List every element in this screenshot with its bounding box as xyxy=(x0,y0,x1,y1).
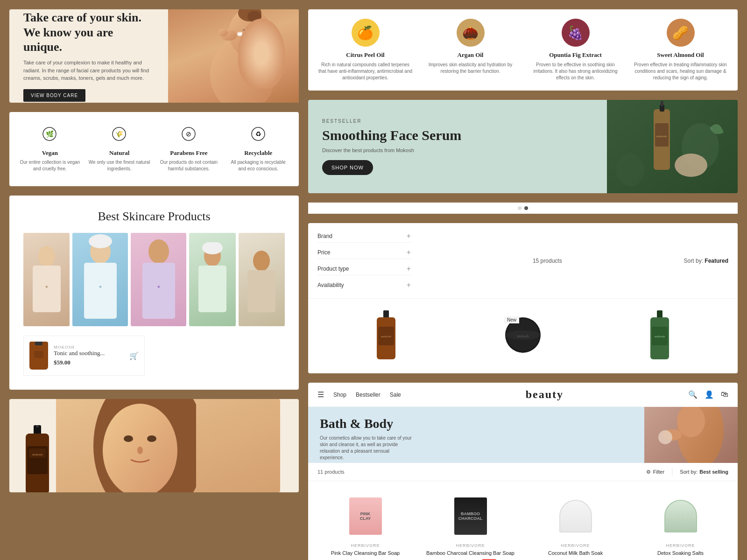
filter-bar: Brand + Price + Product type + Availabil… xyxy=(308,223,738,299)
coconut-brand: HERBIVORE xyxy=(561,543,590,548)
svg-point-43 xyxy=(137,447,143,454)
svg-rect-20 xyxy=(84,263,117,319)
filter-brand-plus[interactable]: + xyxy=(407,232,411,240)
filter-brand-label: Brand xyxy=(317,233,332,239)
filter-availability-plus[interactable]: + xyxy=(407,281,411,289)
argan-icon: 🌰 xyxy=(457,19,485,47)
coconut-name: Coconut Milk Bath Soak xyxy=(548,550,603,556)
nav-bestseller[interactable]: Bestseller xyxy=(356,392,381,398)
bath-hero-text: Bath & Body Our cosmetics allow you to t… xyxy=(308,407,644,463)
filter-btn-label: Filter xyxy=(653,469,664,475)
product-brand: MOKOSH xyxy=(54,345,124,350)
ingredient-argan-desc: Improves skin elasticity and hydration b… xyxy=(423,62,518,75)
pink-clay-soap: PINKCLAY xyxy=(349,497,382,535)
svg-point-19 xyxy=(89,234,112,248)
svg-text:⊘: ⊘ xyxy=(186,131,191,138)
sort-by-value[interactable]: Featured xyxy=(705,258,728,264)
bath-product-pink-clay: PINKCLAY HERBIVORE Pink Clay Cleansing B… xyxy=(313,488,418,560)
bath-product-detox: HERBIVORE Detox Soaking Salts $80.00 xyxy=(628,488,733,560)
woman-figure xyxy=(168,9,299,103)
svg-point-22 xyxy=(148,239,169,264)
feature-natural-title: Natural xyxy=(109,149,129,157)
carousel-dot-1[interactable] xyxy=(518,206,521,210)
ingredient-almond: 🥜 Sweet Almond Oil Proven effective in t… xyxy=(633,19,728,81)
bestseller-title: Smoothing Face Serum xyxy=(322,127,593,143)
bath-product-charcoal-img: BAMBOOCHARCOAL xyxy=(423,493,518,539)
charcoal-soap: BAMBOOCHARCOAL xyxy=(454,497,487,535)
svg-rect-27 xyxy=(198,266,226,312)
products-grid: mokosh New mokosh xyxy=(308,299,738,373)
ingredient-opuntia-name: Opuntia Fig Extract xyxy=(549,51,602,59)
products-filter-section: Brand + Price + Product type + Availabil… xyxy=(308,223,738,373)
filter-price-plus[interactable]: + xyxy=(407,248,411,257)
bath-product-charcoal: BAMBOOCHARCOAL HERBIVORE Bamboo Charcoal… xyxy=(418,488,523,560)
svg-point-3 xyxy=(247,11,261,22)
detox-name: Detox Soaking Salts xyxy=(657,550,704,556)
bath-filter-bar: 11 products ⚙ Filter | Sort by: Best sel… xyxy=(308,463,738,481)
gallery-placeholder-1: ✦ xyxy=(23,233,70,326)
feature-vegan: 🌿 Vegan Our entire collection is vegan a… xyxy=(19,126,81,172)
shop-now-button[interactable]: SHOP NOW xyxy=(322,160,373,175)
skincare-title: Best Skincare Products xyxy=(23,210,285,224)
beauty-nav-links: Shop Bestseller Sale xyxy=(333,392,401,398)
bath-product-pink-clay-img: PINKCLAY xyxy=(317,493,413,539)
svg-rect-62 xyxy=(657,310,662,318)
cart-nav-icon[interactable]: 🛍 xyxy=(721,390,728,399)
nav-shop[interactable]: Shop xyxy=(333,392,346,398)
filter-type-plus[interactable]: + xyxy=(407,265,411,273)
green-bottle-svg: mokosh xyxy=(646,310,674,362)
account-icon[interactable]: 👤 xyxy=(705,390,714,399)
coconut-jar xyxy=(559,500,592,532)
svg-text:🌿: 🌿 xyxy=(46,130,54,138)
charcoal-name: Bamboo Charcoal Cleansing Bar Soap xyxy=(426,550,514,556)
search-icon[interactable]: 🔍 xyxy=(688,390,698,399)
parabens-icon: ⊘ xyxy=(181,126,197,146)
svg-point-41 xyxy=(124,435,133,442)
feature-parabens-title: Parabens Free xyxy=(170,149,207,157)
opuntia-icon: 🍇 xyxy=(562,19,590,47)
gallery-img-5 xyxy=(239,233,285,326)
svg-point-15 xyxy=(38,246,55,266)
gallery-img-3: ✦ xyxy=(131,233,186,326)
gallery-img-4 xyxy=(189,233,235,326)
feature-vegan-title: Vegan xyxy=(42,149,58,157)
product-bottle-img xyxy=(29,342,48,370)
detox-jar xyxy=(664,500,697,532)
bath-title: Bath & Body xyxy=(320,416,633,431)
large-bottle: mokosh xyxy=(19,425,56,492)
filter-availability[interactable]: Availability + xyxy=(317,279,411,291)
feature-recyclable-desc: All packaging is recyclable and eco cons… xyxy=(227,159,289,172)
woman-robe-svg: ✦ xyxy=(28,242,65,317)
cart-icon[interactable]: 🛒 xyxy=(129,351,139,360)
feature-parabens-desc: Our products do not contain harmful subs… xyxy=(158,159,220,172)
nav-sale[interactable]: Sale xyxy=(390,392,401,398)
products-count: 15 products xyxy=(411,258,684,264)
hero-desc: Take care of your complexion to make it … xyxy=(23,59,154,82)
ingredient-argan-name: Argan Oil xyxy=(458,51,484,59)
svg-text:✦: ✦ xyxy=(44,284,49,290)
product-card-green: mokosh xyxy=(592,308,728,364)
filter-price[interactable]: Price + xyxy=(317,246,411,259)
detox-brand: HERBIVORE xyxy=(666,543,695,548)
filter-type[interactable]: Product type + xyxy=(317,263,411,275)
svg-point-4 xyxy=(248,34,251,37)
bestseller-product-svg: mokosh xyxy=(607,100,738,193)
bath-filter-button[interactable]: ⚙ Filter xyxy=(646,469,664,475)
filter-brand[interactable]: Brand + xyxy=(317,230,411,243)
hamburger-icon[interactable]: ☰ xyxy=(317,390,324,399)
woman-face-area xyxy=(56,399,280,492)
filter-price-label: Price xyxy=(317,249,330,256)
ingredient-citrus-name: Citrus Peel Oil xyxy=(346,51,384,59)
ingredients-section: 🍊 Citrus Peel Oil Rich in natural compou… xyxy=(308,9,738,91)
view-body-care-button[interactable]: VIEW BODY CARE xyxy=(23,89,85,102)
bath-sort-value[interactable]: Best selling xyxy=(699,469,728,475)
woman-towel-svg: ✦ xyxy=(77,233,124,326)
ingredient-almond-name: Sweet Almond Oil xyxy=(657,51,704,59)
bestseller-image: mokosh xyxy=(607,100,738,193)
new-badge: New xyxy=(504,316,519,323)
bath-product-coconut: HERBIVORE Coconut Milk Bath Soak $80.00 xyxy=(523,488,628,560)
feature-recyclable: ♻ Recyclable All packaging is recyclable… xyxy=(227,126,289,172)
carousel-dot-2[interactable] xyxy=(524,206,528,210)
charcoal-brand: HERBIVORE xyxy=(456,543,485,548)
svg-point-42 xyxy=(147,435,156,442)
